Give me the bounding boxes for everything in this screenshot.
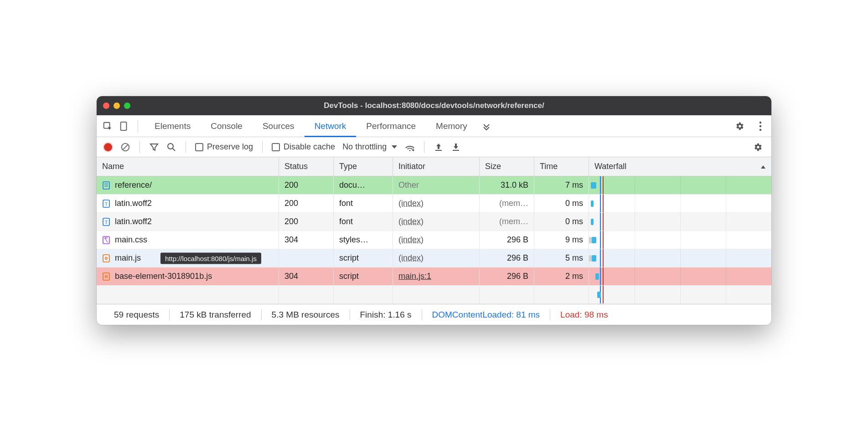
kebab-menu-icon[interactable] [753,115,768,137]
cell-waterfall [589,267,771,285]
cell-initiator: (index) [393,249,480,267]
cell-type: script [334,249,393,267]
table-header-row: Name Status Type Initiator Size Time Wat… [97,157,771,176]
table-row[interactable]: main.css 304 styles… (index) 296 B 9 ms [97,231,771,249]
upload-har-icon[interactable] [434,142,444,152]
svg-line-9 [173,149,175,151]
download-har-icon[interactable] [451,142,461,152]
preserve-log-checkbox[interactable]: Preserve log [195,142,253,152]
cell-type: script [334,267,393,285]
col-waterfall[interactable]: Waterfall [589,157,771,176]
panel-settings-gear-icon[interactable] [750,136,765,158]
cell-waterfall [589,213,771,231]
request-name: reference/ [115,180,152,190]
table-row[interactable]: reference/ 200 docu… Other 31.0 kB 7 ms [97,176,771,195]
device-toolbar-icon[interactable] [117,115,131,137]
cell-time: 2 ms [534,267,589,285]
col-type[interactable]: Type [334,157,393,176]
svg-point-4 [760,125,761,127]
tabbar-right [732,115,768,137]
cell-name[interactable]: T latin.woff2 [97,195,279,212]
status-domcontentloaded: DOMContentLoaded: 81 ms [422,310,550,320]
cell-name[interactable]: T latin.woff2 [97,213,279,231]
table-row[interactable]: T latin.woff2 200 font (index) (mem… 0 m… [97,213,771,231]
col-time[interactable]: Time [534,157,589,176]
table-row[interactable]: base-element-3018901b.js 304 script main… [97,267,771,286]
col-initiator[interactable]: Initiator [393,157,480,176]
cell-status [279,249,334,267]
table-row[interactable]: T latin.woff2 200 font (index) (mem… 0 m… [97,195,771,213]
close-window-button[interactable] [103,103,109,109]
initiator-link[interactable]: (index) [398,253,424,263]
svg-point-11 [413,149,414,151]
tab-memory[interactable]: Memory [426,115,477,137]
col-status[interactable]: Status [279,157,334,176]
cell-waterfall [589,195,771,212]
status-bar: 59 requests 175 kB transferred 5.3 MB re… [97,304,771,325]
devtools-window: DevTools - localhost:8080/docs/devtools/… [97,96,771,325]
search-icon[interactable] [166,142,176,152]
cell-type: docu… [334,176,393,194]
url-tooltip: http://localhost:8080/js/main.js [160,252,261,264]
initiator-link[interactable]: (index) [398,235,424,245]
col-name[interactable]: Name [97,157,279,176]
cell-initiator: (index) [393,213,480,231]
traffic-lights [103,103,130,109]
settings-gear-icon[interactable] [732,115,747,137]
cell-time: 0 ms [534,213,589,231]
window-title: DevTools - localhost:8080/docs/devtools/… [97,101,771,110]
cell-size: (mem… [480,213,534,231]
filter-icon[interactable] [149,142,159,152]
tab-elements[interactable]: Elements [145,115,201,137]
record-button[interactable] [103,142,113,152]
cell-status: 200 [279,213,334,231]
cell-name[interactable]: base-element-3018901b.js [97,267,279,285]
tab-console[interactable]: Console [201,115,253,137]
svg-rect-1 [121,122,127,130]
disable-cache-label: Disable cache [284,142,335,152]
status-finish: Finish: 1.16 s [350,310,422,320]
svg-text:T: T [105,201,108,206]
cell-time: 9 ms [534,231,589,249]
throttling-label: No throttling [342,142,387,152]
initiator-link[interactable]: main.js:1 [398,272,431,281]
table-row [97,286,771,304]
initiator-link[interactable]: (index) [398,217,424,226]
svg-rect-23 [103,255,109,262]
table-row[interactable]: main.js http://localhost:8080/js/main.js… [97,249,771,267]
col-size[interactable]: Size [480,157,534,176]
network-conditions-icon[interactable] [405,142,415,152]
cell-name[interactable]: reference/ [97,176,279,194]
status-requests: 59 requests [104,310,169,320]
cell-size: 296 B [480,231,534,249]
maximize-window-button[interactable] [124,103,130,109]
more-tabs-icon[interactable] [479,115,494,137]
file-type-icon: T [102,218,110,226]
file-type-icon [102,254,110,262]
file-type-icon [102,272,110,281]
cell-status: 200 [279,176,334,194]
dropdown-triangle-icon [391,145,398,149]
svg-point-5 [760,128,761,130]
tab-performance[interactable]: Performance [356,115,426,137]
cell-type: font [334,195,393,212]
request-name: main.css [115,235,147,245]
cell-name[interactable]: main.js http://localhost:8080/js/main.js [97,249,279,267]
cell-name[interactable]: main.css [97,231,279,249]
initiator-link[interactable]: (index) [398,199,424,208]
cell-time: 7 ms [534,176,589,194]
preserve-log-label: Preserve log [207,142,253,152]
inspect-element-icon[interactable] [100,115,115,137]
tab-network[interactable]: Network [305,115,356,137]
throttling-select[interactable]: No throttling [342,142,398,152]
clear-icon[interactable] [120,142,130,152]
svg-point-8 [168,144,173,149]
svg-rect-13 [453,150,459,151]
minimize-window-button[interactable] [114,103,120,109]
cell-size: (mem… [480,195,534,212]
divider [138,120,138,132]
titlebar: DevTools - localhost:8080/docs/devtools/… [97,96,771,115]
request-name: main.js [115,253,141,263]
disable-cache-checkbox[interactable]: Disable cache [272,142,335,152]
tab-sources[interactable]: Sources [253,115,305,137]
